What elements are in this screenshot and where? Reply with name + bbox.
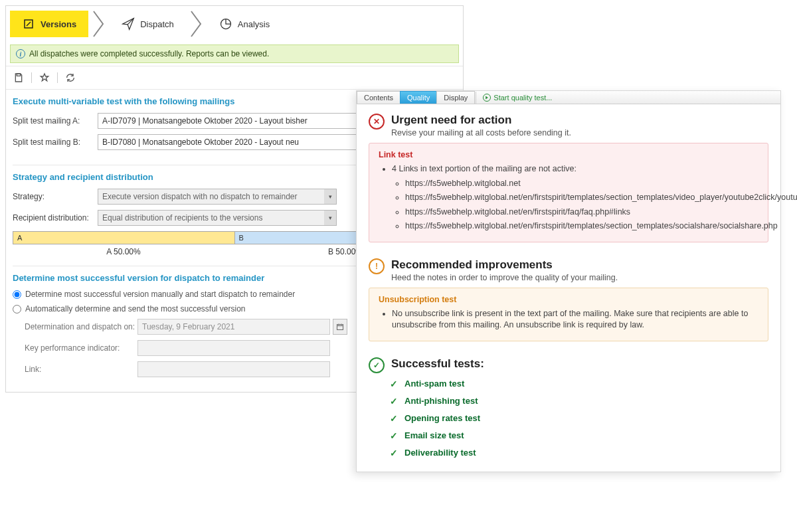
section-subtitle: Revise your mailing at all costs before … [391, 128, 571, 137]
box-title: Link test [379, 150, 758, 159]
select-strategy[interactable]: Execute version dispatch with no dispatc… [98, 189, 337, 205]
step-dispatch[interactable]: Dispatch [110, 11, 186, 37]
svg-rect-3 [337, 325, 343, 330]
separator [57, 72, 58, 83]
section-title: Successful tests: [391, 357, 484, 371]
separator [31, 72, 32, 83]
success-item: ✓Anti-spam test [390, 379, 768, 389]
check-icon: ✓ [390, 379, 398, 389]
box-link-test: Link test 4 Links in text portion of the… [369, 143, 768, 242]
chevron-down-icon: ▾ [324, 189, 336, 204]
label-mailing-a: Split test mailing A: [13, 116, 98, 126]
action-label: Start quality test... [493, 94, 552, 102]
section-title: Urgent need for action [391, 114, 571, 127]
recommendation-text: No unsubscribe link is present in the te… [392, 308, 758, 331]
label-distribution: Recipient distribution: [13, 213, 98, 222]
calendar-button[interactable] [333, 319, 347, 335]
label-date: Determination and dispatch on: [25, 322, 137, 331]
input-kpi [137, 340, 330, 356]
success-icon: ✓ [369, 357, 385, 373]
label-kpi: Key performance indicator: [25, 343, 137, 353]
toolbar [6, 66, 463, 90]
panel-quality: Contents Quality Display Start quality t… [356, 90, 781, 472]
label-mailing-b: Split test mailing B: [13, 137, 98, 147]
section-urgent: ✕ Urgent need for action Revise your mai… [357, 104, 780, 249]
select-value: Execute version dispatch with no dispatc… [102, 192, 298, 201]
success-label: Anti-spam test [404, 379, 464, 389]
check-icon: ✓ [390, 430, 398, 441]
radio-input-auto[interactable] [13, 305, 21, 313]
success-label: Deliverability test [404, 448, 476, 458]
notice-bar: i All dispatches were completed successf… [10, 44, 459, 63]
step-versions[interactable]: Versions [10, 11, 88, 37]
start-quality-test-button[interactable]: Start quality test... [476, 92, 559, 104]
pie-chart-icon [219, 17, 232, 31]
section-successful: ✓ Successful tests: ✓Anti-spam test ✓Ant… [357, 348, 780, 472]
inactive-link: https://fs5webhelp.witglobal.net/en/firs… [405, 207, 758, 219]
step-bar: Versions Dispatch Analysis [6, 6, 463, 42]
intro-span: 4 Links in text portion of the mailing a… [392, 164, 576, 173]
svg-rect-2 [17, 74, 20, 76]
success-list: ✓Anti-spam test ✓Anti-phishing test ✓Ope… [369, 379, 768, 458]
step-label: Dispatch [140, 19, 174, 29]
step-label: Analysis [238, 19, 270, 29]
save-button[interactable] [11, 70, 26, 85]
edit-icon [22, 17, 35, 31]
tab-bar: Contents Quality Display Start quality t… [357, 91, 780, 104]
box-unsubscription-test: Unsubscription test No unsubscribe link … [369, 288, 768, 341]
section-title: Recommended improvements [391, 258, 618, 272]
distribution-segment-a: A [13, 232, 234, 244]
success-item: ✓Deliverability test [390, 448, 768, 458]
input-date[interactable] [137, 319, 330, 335]
check-icon: ✓ [390, 396, 398, 406]
success-label: Email size test [404, 430, 464, 440]
select-distribution[interactable]: Equal distribution of recipients to the … [98, 210, 337, 226]
tab-quality[interactable]: Quality [400, 91, 437, 104]
input-link [137, 361, 330, 377]
step-analysis[interactable]: Analysis [207, 11, 282, 37]
inactive-link: https://fs5webhelp.witglobal.net [405, 178, 758, 190]
success-item: ✓Anti-phishing test [390, 396, 768, 406]
favorite-button[interactable] [37, 70, 52, 85]
play-icon [483, 94, 491, 102]
section-subtitle: Heed the notes in order to improve the q… [391, 273, 618, 282]
tab-contents[interactable]: Contents [357, 91, 400, 104]
radio-input-manual[interactable] [13, 290, 21, 299]
section-recommended: ! Recommended improvements Heed the note… [357, 249, 780, 348]
error-icon: ✕ [369, 114, 385, 130]
tab-display[interactable]: Display [436, 91, 475, 104]
step-label: Versions [41, 19, 76, 29]
intro-text: 4 Links in text portion of the mailing a… [392, 163, 758, 232]
link-list: https://fs5webhelp.witglobal.net https:/… [392, 178, 758, 232]
success-item: ✓Email size test [390, 430, 768, 441]
label-link: Link: [25, 365, 137, 374]
warning-icon: ! [369, 258, 385, 274]
chevron-down-icon: ▾ [324, 211, 336, 225]
refresh-button[interactable] [63, 70, 78, 85]
chevron-right-icon [190, 10, 203, 38]
inactive-link: https://fs5webhelp.witglobal.net/en/firs… [405, 221, 758, 232]
radio-label: Automatically determine and send the mos… [25, 304, 246, 313]
send-icon [122, 17, 135, 31]
success-label: Opening rates test [404, 413, 480, 423]
notice-text: All dispatches were completed successful… [29, 49, 269, 58]
select-value: Equal distribution of recipients to the … [102, 213, 262, 222]
box-title: Unsubscription test [379, 295, 758, 304]
check-icon: ✓ [390, 448, 398, 458]
check-icon: ✓ [390, 413, 398, 424]
pct-a: A 50.00% [13, 247, 234, 256]
chevron-right-icon [92, 10, 106, 38]
radio-label: Determine most successful version manual… [25, 290, 295, 299]
info-icon: i [16, 49, 25, 58]
label-strategy: Strategy: [13, 192, 98, 201]
success-label: Anti-phishing test [404, 396, 478, 406]
success-item: ✓Opening rates test [390, 413, 768, 424]
inactive-link: https://fs5webhelp.witglobal.net/en/firs… [405, 192, 758, 204]
